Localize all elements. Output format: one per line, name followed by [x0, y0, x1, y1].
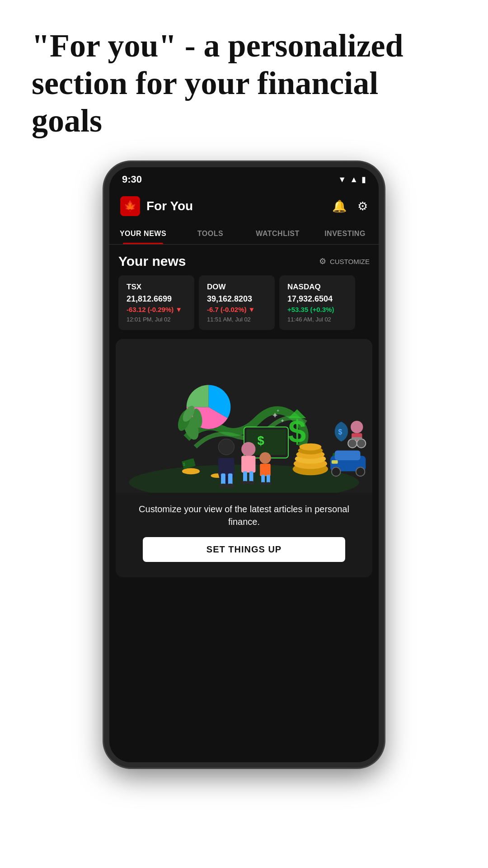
market-change-nasdaq: +53.35 (+0.3%)	[287, 306, 347, 313]
svg-rect-30	[260, 464, 271, 476]
svg-point-9	[299, 443, 321, 451]
svg-rect-18	[218, 458, 234, 476]
market-cards: TSX 21,812.6699 -63.12 (-0.29%) ▼ 12:01 …	[109, 275, 379, 339]
tab-investing[interactable]: INVESTING	[311, 223, 379, 244]
illustration-description: Customize your view of the latest articl…	[129, 503, 359, 528]
down-arrow-icon: ▼	[249, 306, 255, 313]
phone-frame: 9:30 ▼ ▲ ▮ 🍁 For You 🔔 ⚙	[104, 162, 384, 768]
svg-text:✦: ✦	[280, 418, 285, 424]
market-card-tsx[interactable]: TSX 21,812.6699 -63.12 (-0.29%) ▼ 12:01 …	[118, 275, 194, 330]
status-icons: ▼ ▲ ▮	[338, 175, 366, 184]
app-content: 🍁 For You 🔔 ⚙ YOUR NEWS TOOLS WATCHLIST	[109, 189, 379, 762]
tab-your-news[interactable]: YOUR NEWS	[109, 223, 177, 244]
maple-leaf-icon: 🍁	[123, 200, 137, 212]
app-scroll[interactable]: Your news ⚙ CUSTOMIZE TSX 21,812.6699 -6…	[109, 245, 379, 762]
market-name-dow: DOW	[207, 283, 267, 292]
svg-point-34	[265, 482, 272, 486]
signal-icon: ▲	[350, 175, 358, 184]
svg-point-54	[332, 467, 341, 476]
gear-icon[interactable]: ⚙	[357, 199, 368, 213]
battery-icon: ▮	[361, 175, 366, 184]
svg-point-29	[259, 453, 271, 464]
svg-rect-44	[352, 437, 362, 440]
svg-point-40	[351, 421, 363, 433]
svg-point-43	[357, 439, 366, 448]
market-change-tsx: -63.12 (-0.29%) ▼	[127, 306, 186, 313]
market-change-dow: -6.7 (-0.02%) ▼	[207, 306, 267, 313]
svg-point-28	[247, 481, 255, 485]
page-header-title: "For you" - a personalized section for y…	[32, 27, 456, 139]
market-name-tsx: TSX	[127, 283, 186, 292]
finance-illustration: $	[116, 339, 372, 493]
news-section-title: Your news	[118, 254, 186, 269]
section-header: Your news ⚙ CUSTOMIZE	[109, 245, 379, 275]
illustration-text: Customize your view of the latest articl…	[116, 493, 372, 577]
illustration-card: $	[116, 339, 372, 577]
market-card-dow[interactable]: DOW 39,162.8203 -6.7 (-0.02%) ▼ 11:51 AM…	[199, 275, 275, 330]
svg-point-23	[241, 442, 255, 456]
svg-text:$: $	[183, 462, 185, 467]
customize-button[interactable]: ⚙ CUSTOMIZE	[319, 256, 370, 266]
svg-rect-56	[332, 460, 338, 464]
wifi-icon: ▼	[338, 175, 346, 184]
app-title: For You	[146, 199, 332, 213]
market-time-dow: 11:51 AM, Jul 02	[207, 316, 267, 323]
svg-text:$: $	[257, 434, 264, 448]
svg-point-10	[182, 468, 200, 475]
topbar-icons: 🔔 ⚙	[332, 199, 368, 213]
app-topbar: 🍁 For You 🔔 ⚙	[109, 189, 379, 223]
nav-tabs: YOUR NEWS TOOLS WATCHLIST INVESTING	[109, 223, 379, 245]
svg-point-22	[226, 484, 235, 488]
svg-rect-53	[335, 451, 361, 461]
page-header: "For you" - a personalized section for y…	[0, 0, 488, 157]
tab-watchlist[interactable]: WATCHLIST	[244, 223, 311, 244]
market-value-nasdaq: 17,932.6504	[287, 294, 347, 304]
svg-point-55	[356, 467, 365, 476]
svg-rect-24	[241, 456, 255, 473]
svg-point-42	[348, 439, 357, 448]
set-things-up-button[interactable]: SET THINGS UP	[143, 537, 345, 562]
illustration-area: $	[116, 339, 372, 493]
market-value-dow: 39,162.8203	[207, 294, 267, 304]
phone-wrapper: 9:30 ▼ ▲ ▮ 🍁 For You 🔔 ⚙	[0, 157, 488, 768]
svg-text:✦: ✦	[276, 409, 280, 414]
svg-point-16	[218, 439, 234, 455]
market-name-nasdaq: NASDAQ	[287, 283, 347, 292]
status-time: 9:30	[122, 174, 142, 185]
market-value-tsx: 21,812.6699	[127, 294, 186, 304]
bell-icon[interactable]: 🔔	[332, 199, 347, 213]
svg-text:$: $	[288, 414, 306, 449]
down-arrow-icon: ▼	[175, 306, 182, 313]
phone-notch	[217, 167, 271, 180]
market-card-nasdaq[interactable]: NASDAQ 17,932.6504 +53.35 (+0.3%) 11:46 …	[279, 275, 355, 330]
svg-text:$: $	[338, 429, 343, 436]
market-time-nasdaq: 11:46 AM, Jul 02	[287, 316, 347, 323]
app-logo: 🍁	[120, 196, 140, 216]
market-time-tsx: 12:01 PM, Jul 02	[127, 316, 186, 323]
tab-tools[interactable]: TOOLS	[177, 223, 244, 244]
sliders-icon: ⚙	[319, 256, 326, 266]
